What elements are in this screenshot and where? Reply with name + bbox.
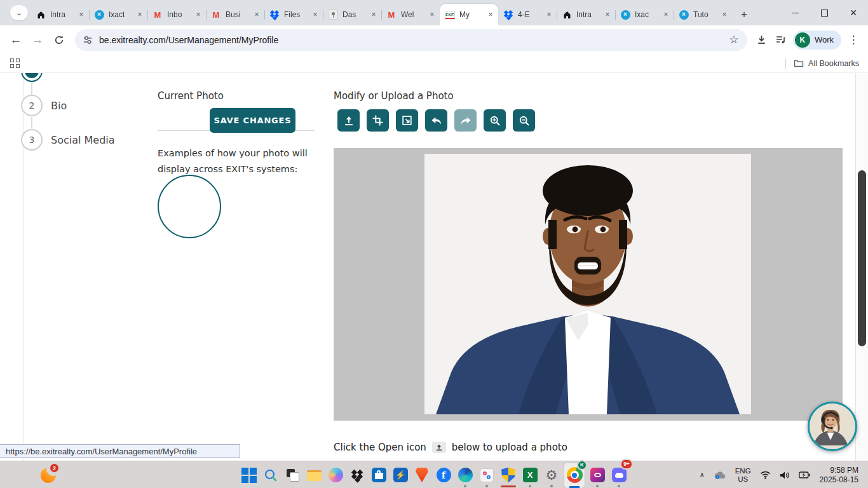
widgets-button[interactable]: 2	[39, 465, 58, 484]
back-button[interactable]	[5, 29, 27, 51]
close-tab-icon[interactable]	[719, 10, 729, 20]
file-explorer-button[interactable]	[303, 462, 325, 488]
task-view-button[interactable]	[281, 462, 303, 488]
copilot-button[interactable]	[325, 462, 346, 488]
profile-avatar: K	[795, 32, 810, 48]
zoom-out-button[interactable]	[513, 109, 535, 132]
chat-widget-avatar[interactable]	[808, 402, 857, 451]
crop-button[interactable]	[367, 109, 389, 132]
restore-button[interactable]	[810, 0, 839, 25]
tab-ixact-1[interactable]: Ixact	[89, 4, 147, 25]
bookmark-star-icon[interactable]	[724, 30, 743, 50]
apps-grid-icon[interactable]	[10, 58, 20, 69]
tab-dashboard[interactable]: Das	[323, 4, 381, 25]
reload-button[interactable]	[48, 29, 70, 51]
language-indicator[interactable]: ENG US	[735, 467, 751, 484]
tab-4e-dropbox[interactable]: 4-E	[498, 4, 557, 25]
chrome-button-active[interactable]: K	[564, 462, 585, 488]
scrollbar-thumb[interactable]	[858, 170, 866, 346]
tab-welcome[interactable]: M Wel	[381, 4, 440, 25]
downloads-button[interactable]	[752, 30, 771, 50]
tabs-container: Intra Ixact M Inbo M Busi Files	[31, 4, 752, 25]
onedrive-cloud-icon[interactable]: i	[714, 471, 726, 479]
tab-intranet-2[interactable]: Intra	[557, 4, 615, 25]
close-tab-icon[interactable]	[76, 10, 86, 20]
excel-button[interactable]: X	[519, 462, 541, 488]
close-tab-icon[interactable]	[427, 10, 437, 20]
tab-intranet-1[interactable]: Intra	[31, 4, 89, 25]
close-window-button[interactable]	[839, 0, 868, 25]
close-tab-icon[interactable]	[193, 10, 203, 20]
fit-screen-button[interactable]	[396, 109, 418, 132]
tab-ixact-2[interactable]: Ixac	[615, 4, 674, 25]
photo-editor-canvas[interactable]	[334, 148, 843, 421]
snipping-tool-button[interactable]	[476, 462, 498, 488]
chevron-down-icon: ⌄	[16, 9, 22, 17]
step-3-label[interactable]: Social Media	[51, 134, 115, 146]
all-bookmarks-button[interactable]: All Bookmarks	[794, 59, 859, 68]
search-button[interactable]	[260, 462, 281, 488]
close-tab-icon[interactable]	[602, 10, 613, 20]
open-icon-thumbnail	[432, 442, 446, 453]
volume-icon[interactable]	[780, 471, 790, 480]
close-tab-icon[interactable]	[310, 10, 320, 20]
edge-button[interactable]	[454, 462, 476, 488]
page-scrollbar[interactable]	[855, 73, 868, 461]
zoom-in-button[interactable]	[484, 109, 506, 132]
start-button[interactable]	[238, 462, 260, 488]
store-icon	[372, 468, 386, 482]
brave-button[interactable]	[411, 462, 433, 488]
close-tab-icon[interactable]	[544, 10, 554, 20]
battery-icon[interactable]	[799, 471, 810, 478]
dashboard-icon	[328, 10, 338, 20]
step-1-circle-current[interactable]	[21, 73, 43, 82]
forward-button[interactable]	[27, 29, 48, 51]
tab-my-profile-active[interactable]: EXIT My	[440, 4, 498, 25]
redo-button-disabled[interactable]	[454, 109, 477, 132]
tray-chevron-up-icon[interactable]	[700, 471, 705, 479]
windows-security-button[interactable]	[498, 462, 519, 488]
dropbox-icon	[351, 468, 364, 482]
dropbox-button[interactable]	[346, 462, 368, 488]
close-tab-icon[interactable]	[369, 10, 379, 20]
facebook-button[interactable]: f	[433, 462, 454, 488]
close-tab-icon[interactable]	[661, 10, 671, 20]
discord-button[interactable]: 9+	[608, 462, 630, 488]
new-tab-button[interactable]	[736, 6, 752, 23]
examples-text: Examples of how your photo will display …	[158, 146, 320, 177]
browser-profile-chip[interactable]: K Work	[793, 30, 841, 50]
tab-tutorial[interactable]: Tuto	[674, 4, 732, 25]
adobe-cc-button[interactable]	[587, 462, 608, 488]
tab-search-button[interactable]: ⌄	[10, 5, 28, 20]
clock[interactable]: 9:58 PM 2025-08-15	[820, 466, 858, 485]
tab-files[interactable]: Files	[264, 4, 323, 25]
close-tab-icon[interactable]	[135, 10, 145, 20]
step-2-circle[interactable]: 2	[21, 95, 43, 116]
wifi-icon[interactable]	[760, 471, 771, 479]
step-3-circle[interactable]: 3	[21, 129, 43, 151]
minimize-button[interactable]	[780, 0, 810, 25]
url-text[interactable]: be.exitrealty.com/UserManagement/MyProfi…	[99, 35, 724, 45]
microsoft-store-button[interactable]	[368, 462, 390, 488]
tab-business[interactable]: M Busi	[206, 4, 264, 25]
upload-photo-button[interactable]	[337, 109, 360, 132]
more-menu-button[interactable]	[844, 30, 863, 50]
tray-time: 9:58 PM	[830, 466, 858, 475]
window-controls	[780, 0, 868, 25]
stepper-connector	[31, 83, 32, 95]
lightning-app-button[interactable]	[390, 462, 411, 488]
step-2-label[interactable]: Bio	[51, 100, 67, 112]
close-tab-icon[interactable]	[485, 10, 496, 20]
undo-button[interactable]	[425, 109, 447, 132]
settings-button[interactable]	[541, 462, 562, 488]
tab-inbox[interactable]: M Inbo	[147, 4, 206, 25]
discord-icon	[612, 468, 627, 482]
snipping-tool-icon	[480, 468, 494, 482]
save-changes-button[interactable]: SAVE CHANGES	[210, 108, 295, 133]
close-tab-icon[interactable]	[252, 10, 262, 20]
page-content: 2 Bio 3 Social Media Current Photo Examp…	[0, 73, 868, 461]
tab-title: Files	[284, 10, 309, 19]
exit-favicon: EXIT	[445, 11, 455, 19]
media-queue-button[interactable]	[771, 30, 790, 50]
address-bar[interactable]: be.exitrealty.com/UserManagement/MyProfi…	[75, 29, 747, 51]
